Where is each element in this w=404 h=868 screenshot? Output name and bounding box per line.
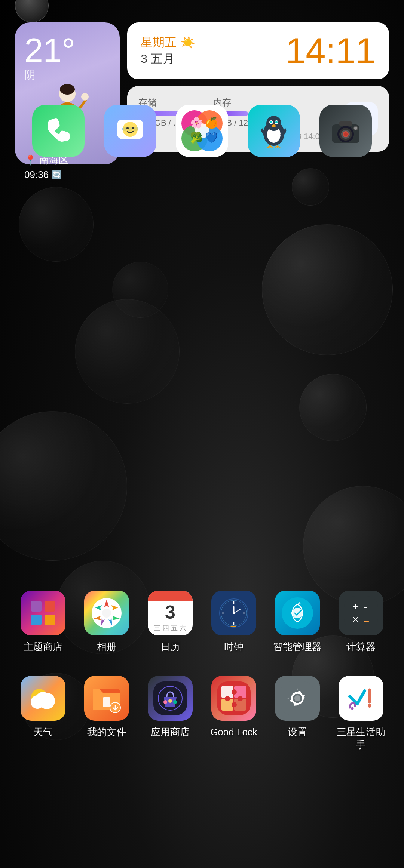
svg-point-95 [344, 132, 348, 136]
svg-rect-41 [103, 697, 110, 707]
svg-point-1 [60, 84, 75, 95]
my-files-label: 我的文件 [87, 726, 126, 739]
svg-rect-13 [31, 615, 42, 625]
svg-point-64 [351, 707, 354, 710]
settings-icon [275, 676, 320, 721]
dock-messages[interactable] [102, 105, 158, 157]
svg-point-47 [173, 700, 177, 704]
calculator-icon: + - × = [339, 591, 383, 635]
dock-camera[interactable] [318, 105, 374, 157]
theme-store-icon [21, 591, 65, 635]
app-good-lock[interactable]: Good Lock [206, 676, 262, 751]
dock-twitter[interactable] [246, 105, 302, 157]
twitter-dock-icon [248, 105, 300, 157]
page-dot-1[interactable] [196, 46, 202, 52]
svg-point-38 [36, 692, 50, 707]
svg-point-54 [225, 696, 230, 701]
camera-dock-icon [319, 105, 372, 157]
app-theme-store[interactable]: 主题商店 [15, 591, 71, 653]
weather-app-label: 天气 [33, 726, 53, 739]
dock-phone[interactable] [30, 105, 86, 157]
weather-time: 09:36 🔄 [24, 169, 110, 181]
clock-app-icon [211, 591, 256, 635]
svg-point-26 [233, 612, 235, 614]
weather-condition: 阴 [24, 67, 110, 83]
svg-rect-14 [45, 615, 55, 625]
app-my-files[interactable]: 我的文件 [79, 676, 135, 751]
album-icon [84, 591, 129, 635]
samsung-life-icon [339, 676, 383, 721]
svg-point-17 [102, 609, 111, 618]
app-calculator[interactable]: + - × = 计算器 [333, 591, 389, 653]
svg-point-87 [270, 121, 272, 123]
svg-point-45 [163, 700, 167, 704]
svg-point-69 [123, 122, 138, 137]
page-dot-0[interactable] [184, 46, 190, 52]
svg-text:+: + [352, 600, 359, 613]
svg-rect-11 [31, 601, 42, 612]
svg-point-29 [292, 608, 303, 618]
app-store-icon [148, 676, 193, 721]
svg-point-98 [354, 127, 357, 130]
clock-app-label: 时钟 [224, 641, 244, 653]
app-store[interactable]: 应用商店 [142, 676, 198, 751]
svg-point-46 [168, 699, 172, 703]
svg-point-53 [232, 689, 237, 695]
svg-text:=: = [364, 614, 369, 625]
good-lock-icon [211, 676, 256, 721]
smart-mgr-icon [275, 591, 320, 635]
app-settings[interactable]: 设置 [269, 676, 325, 751]
app-calendar[interactable]: 3 三 四 五 六 日历 [142, 591, 198, 653]
page-dot-2[interactable] [208, 46, 214, 52]
svg-point-70 [126, 127, 129, 129]
page-dot-4[interactable] [232, 46, 238, 52]
svg-point-63 [368, 704, 371, 708]
svg-text:🥦: 🥦 [190, 132, 203, 144]
svg-text:🌸: 🌸 [190, 117, 203, 129]
svg-rect-12 [45, 601, 55, 612]
smart-mgr-label: 智能管理器 [273, 641, 322, 653]
samsung-life-label: 三星生活助手 [333, 726, 389, 751]
app-dock: 🌸 🍊 🥦 💙 [0, 105, 404, 157]
weather-app-icon [21, 676, 65, 721]
messages-dock-icon [104, 105, 156, 157]
svg-point-84 [266, 116, 281, 131]
app-smart-mgr[interactable]: 智能管理器 [269, 591, 325, 653]
clock-day: 3 五月 [141, 51, 195, 67]
svg-point-60 [294, 695, 300, 701]
settings-label: 设置 [288, 726, 307, 739]
svg-rect-96 [339, 121, 352, 126]
svg-point-89 [272, 124, 276, 127]
app-row-1: 主题商店 [11, 591, 393, 653]
globe-icon [15, 0, 49, 22]
app-samsung-life[interactable]: 三星生活助手 [333, 676, 389, 751]
calendar-label: 日历 [160, 641, 180, 653]
globe-widget [15, 0, 49, 22]
menu-icon [166, 45, 178, 52]
svg-point-88 [275, 121, 278, 123]
svg-point-2 [81, 93, 89, 101]
my-files-icon [84, 676, 129, 721]
svg-text:×: × [352, 613, 359, 625]
phone-dock-icon [32, 105, 85, 157]
calendar-icon: 3 三 四 五 六 [148, 591, 193, 635]
sns-dock-icon: 🌸 🍊 🥦 💙 [176, 105, 228, 157]
svg-point-55 [238, 696, 243, 701]
svg-text:💙: 💙 [205, 132, 218, 144]
calculator-label: 计算器 [346, 641, 376, 653]
dock-sns[interactable]: 🌸 🍊 🥦 💙 [174, 105, 230, 157]
svg-text:-: - [364, 600, 367, 613]
page-dot-3[interactable] [220, 46, 226, 52]
svg-rect-30 [344, 596, 378, 630]
app-album[interactable]: 相册 [79, 591, 135, 653]
app-weather[interactable]: 天气 [15, 676, 71, 751]
good-lock-label: Good Lock [210, 726, 257, 739]
theme-store-label: 主题商店 [24, 641, 62, 653]
app-clock[interactable]: 时钟 [206, 591, 262, 653]
app-row-2: 天气 我的文件 [11, 676, 393, 751]
album-label: 相册 [97, 641, 116, 653]
app-store-label: 应用商店 [151, 726, 190, 739]
svg-text:🍊: 🍊 [205, 117, 218, 129]
svg-point-71 [132, 127, 134, 129]
svg-point-56 [232, 702, 237, 707]
